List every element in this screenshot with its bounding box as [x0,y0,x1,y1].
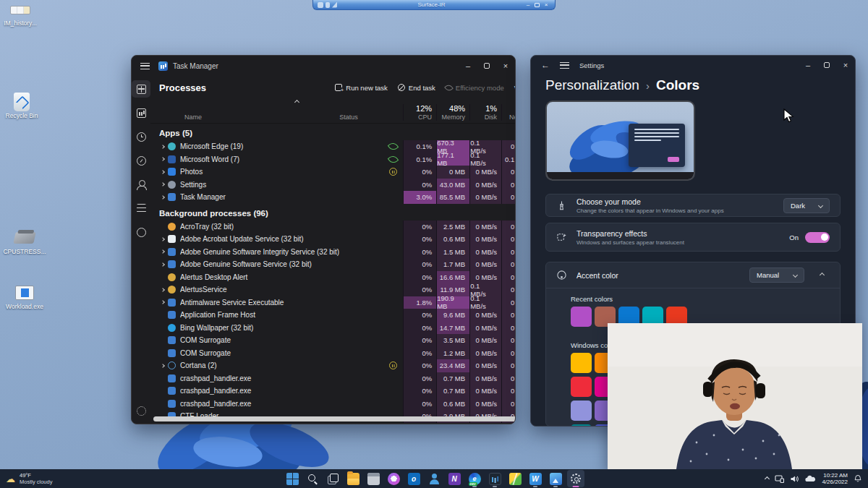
task-manager-titlebar[interactable]: Task Manager – × [132,56,515,76]
expand-chevron-icon[interactable] [158,238,168,241]
windows-color-yellow-gold[interactable] [571,353,592,373]
pin-icon[interactable] [318,2,323,8]
maximize-button[interactable] [817,57,836,73]
sidebar-item-settings[interactable] [132,402,150,419]
expand-chevron-icon[interactable] [158,364,168,367]
taskbar-item-window-app[interactable] [365,470,382,487]
taskbar-item-task-view[interactable] [324,470,341,487]
settings-titlebar[interactable]: ← Settings – × [531,56,855,74]
windows-color-periwinkle[interactable] [571,401,592,421]
recent-color-purple[interactable] [571,307,592,327]
close-button[interactable]: × [496,58,515,74]
taskbar-item-edge-dev[interactable]: e [466,470,483,487]
sidebar-item-app-history[interactable] [132,128,150,145]
taskbar-item-onenote[interactable]: N [446,470,463,487]
process-row[interactable]: Bing Wallpaper (32 bit) 0% 14.7 MB 0 MB/… [158,322,516,335]
mode-dropdown[interactable]: Dark [783,198,830,213]
sidebar-item-details[interactable] [132,200,150,217]
horizontal-scrollbar[interactable] [153,416,516,421]
choose-mode-row[interactable]: Choose your mode Change the colors that … [545,194,841,217]
column-name[interactable]: Name [184,114,339,121]
sidebar-item-services[interactable] [132,223,150,241]
column-disk[interactable]: 1%Disk [469,104,501,121]
expand-chevron-icon[interactable] [158,263,168,266]
process-row[interactable]: Application Frame Host 0% 9.6 MB 0 MB/s … [158,309,516,322]
desktop-icon-recycle-bin[interactable]: Recycle Bin [1,93,42,119]
expand-chevron-icon[interactable] [158,158,168,160]
expand-chevron-icon[interactable] [158,288,168,291]
minimize-button[interactable]: – [799,57,817,73]
process-row[interactable]: Adobe Acrobat Update Service (32 bit) 0%… [158,233,516,246]
process-row[interactable]: crashpad_handler.exe 0% 0.6 MB 0 MB/s 0 … [158,398,516,411]
table-header[interactable]: Name Status 12%CPU 48%Memory 1%Disk 0%Ne… [150,99,516,124]
process-row[interactable]: Antimalware Service Executable 1.8% 190.… [158,296,516,309]
maximize-button[interactable] [477,58,496,74]
volume-icon[interactable] [790,475,799,483]
sidebar-item-startup-apps[interactable] [132,152,150,169]
expand-chevron-icon[interactable] [158,171,168,174]
expand-chevron-icon[interactable] [158,196,168,199]
process-row[interactable]: COM Surrogate 0% 1.2 MB 0 MB/s 0 Mbps [158,347,516,360]
process-row[interactable]: Microsoft Word (7) 0.1% 177.1 MB 0.1 MB/… [158,153,516,166]
rdp-minimize-button[interactable]: – [524,1,532,8]
taskbar-weather-widget[interactable]: ☁ 49°F Mostly cloudy [6,472,52,485]
taskbar-item-word[interactable]: W [527,470,544,487]
process-row[interactable]: Adobe Genuine Software Service (32 bit) … [158,258,516,271]
column-cpu[interactable]: 12%CPU [403,104,436,121]
desktop-icon-cpustress[interactable]: CPUSTRESS... [4,228,45,255]
taskbar-item-outlook[interactable]: o [405,470,422,487]
network-icon[interactable] [775,475,784,483]
collapse-section-button[interactable] [814,273,830,277]
expand-chevron-icon[interactable] [158,183,168,186]
expand-chevron-icon[interactable] [158,145,168,148]
process-row[interactable]: Cortana (2) 0% 23.4 MB 0 MB/s 0 Mbps [158,359,516,372]
sidebar-item-users[interactable] [132,176,150,193]
expand-chevron-icon[interactable] [158,250,168,253]
process-row[interactable]: Alertus Desktop Alert 0% 16.6 MB 0 MB/s … [158,271,516,284]
column-network[interactable]: 0%Network [501,104,516,121]
taskbar-item-search[interactable] [304,470,321,487]
rdp-close-button[interactable]: × [542,1,550,8]
transparency-row[interactable]: Transparency effects Windows and surface… [545,223,841,252]
process-row[interactable]: crashpad_handler.exe 0% 0.7 MB 0 MB/s 0 … [158,385,516,398]
tray-clock[interactable]: 10:22 AM 4/26/2022 [822,472,848,485]
group-header-background[interactable]: Background processes (96) [158,204,516,221]
expand-chevron-icon[interactable] [158,301,168,304]
process-row[interactable]: COM Surrogate 0% 3.5 MB 0 MB/s 0 Mbps [158,334,516,347]
back-button[interactable]: ← [541,60,550,70]
rdp-restore-button[interactable] [535,3,540,7]
minimize-button[interactable]: – [459,58,477,74]
rdp-connection-bar[interactable]: Surface-IR – × [312,0,556,10]
desktop-icon-workload[interactable]: Workload.exe [4,283,45,310]
weather-tray-icon[interactable] [805,475,816,483]
sidebar-item-performance[interactable] [132,104,150,121]
windows-color-red-bright[interactable] [571,377,592,397]
process-row[interactable]: Task Manager 3.0% 85.5 MB 0 MB/s 0 Mbps [158,191,516,204]
menu-icon[interactable] [140,63,150,69]
view-dropdown[interactable]: View [514,84,516,92]
accent-mode-dropdown[interactable]: Manual [749,267,804,283]
taskbar-item-maps-app[interactable] [506,470,524,487]
run-new-task-button[interactable]: Run new task [335,84,388,92]
process-row[interactable]: AcroTray (32 bit) 0% 2.5 MB 0 MB/s 0 Mbp… [158,221,516,234]
desktop-icon-im-history[interactable]: IM_history... [0,0,41,27]
taskbar-item-file-explorer[interactable] [344,470,362,487]
column-status[interactable]: Status [339,114,403,121]
taskbar-item-github-desktop[interactable] [385,470,402,487]
process-row[interactable]: Settings 0% 43.0 MB 0 MB/s 0 Mbps [158,179,516,192]
taskbar-item-quick-assist[interactable] [425,470,443,487]
process-row[interactable]: crashpad_handler.exe 0% 0.7 MB 0 MB/s 0 … [158,372,516,385]
process-row[interactable]: Adobe Genuine Software Integrity Service… [158,246,516,259]
tray-expand-chevron[interactable] [765,477,769,481]
close-button[interactable]: × [836,57,855,73]
taskbar-item-start[interactable] [284,470,301,487]
taskbar-item-photos[interactable] [547,470,564,487]
end-task-button[interactable]: End task [398,84,435,92]
notification-bell-icon[interactable] [854,474,862,483]
process-row[interactable]: Photos 0% 0 MB 0 MB/s 0 Mbps [158,166,516,179]
taskbar-item-monitor-app[interactable] [486,470,503,487]
efficiency-mode-button[interactable]: Efficiency mode [446,84,504,92]
sidebar-item-processes[interactable] [132,80,150,98]
group-header-apps[interactable]: Apps (5) [158,124,516,140]
taskbar-item-settings[interactable] [567,470,584,487]
